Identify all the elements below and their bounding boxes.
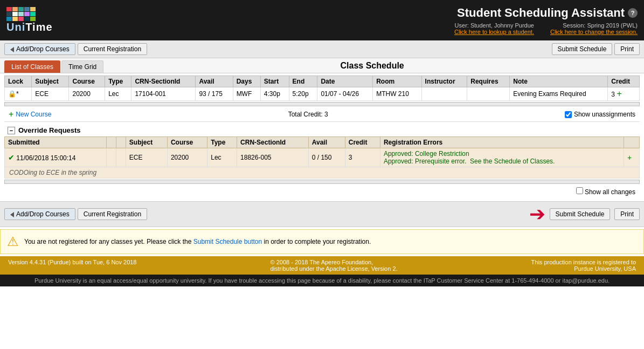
main-content: Lock Subject Course Type CRN-SectionId A… [0,73,644,198]
ov-cell-date: ✔ 11/06/2018 15:00:14 [5,148,107,167]
tab-time-grid[interactable]: Time Grid [61,60,103,73]
ov-cell-blank1 [107,148,116,167]
footer-copyright: © 2008 - 2018 The Apereo Foundation,dist… [271,259,398,272]
help-icon[interactable]: ? [628,8,638,18]
ov-col-avail: Avail [308,137,345,148]
override-section: − Override Requests Submitted Subject Co… [4,124,640,198]
ov-col-blank2 [116,137,126,148]
back-arrow-icon-bottom [10,212,14,217]
schedule-table: Lock Subject Course Type CRN-SectionId A… [4,76,640,101]
show-unassignments-area: Show unassignments [565,111,635,118]
session-change-link[interactable]: Click here to change the session. [550,29,638,35]
override-sub-row: CODOing to ECE in the spring [5,167,640,179]
override-scrollbar[interactable] [4,180,640,184]
ov-col-course: Course [167,137,207,148]
user-info: User: Student, Johnny Purdue Click here … [454,22,534,35]
new-course-link[interactable]: + New Course [9,110,51,119]
cell-crn: 17104-001 [131,87,196,101]
app-header: UniTime Student Scheduling Assistant ? U… [0,0,644,40]
cell-subject: ECE [32,87,69,101]
approval-1: Approved: College Restriction [384,150,469,158]
cell-avail: 93 / 175 [196,87,233,101]
submit-schedule-button-top[interactable]: Submit Schedule [552,43,613,55]
add-drop-courses-button-top[interactable]: Add/Drop Courses [4,43,75,55]
col-type: Type [105,76,131,87]
print-button-top[interactable]: Print [614,43,640,55]
col-date: Date [317,76,373,87]
show-unassignments-checkbox[interactable] [565,111,572,118]
cell-type: Lec [105,87,131,101]
ov-cell-note: CODOing to ECE in the spring [5,167,640,179]
check-icon: ✔ [8,153,15,162]
footer-version: Version 4.4.31 (Purdue) built on Tue, 6 … [8,259,137,272]
footer-accessibility: Purdue University is an equal access/equ… [34,277,610,284]
submit-area: ➔ Submit Schedule Print [529,204,640,224]
print-button-bottom[interactable]: Print [614,208,640,220]
ov-col-crn: CRN-SectionId [237,137,309,148]
collapse-override-icon[interactable]: − [8,127,15,134]
ov-col-action [624,137,639,148]
ov-cell-avail: 0 / 150 [308,148,345,167]
cell-credit: 3 + [608,87,640,101]
col-subject: Subject [32,76,69,87]
tabs-row: List of Classes Time Grid Class Schedule [0,58,644,73]
show-all-changes-label: Show all changes [585,188,635,196]
session-info: Session: Spring 2019 (PWL) Click here to… [550,22,638,35]
footer-black: Purdue University is an equal access/equ… [0,275,644,286]
current-registration-button-bottom[interactable]: Current Registration [78,208,147,220]
cell-end: 5:20p [289,87,317,101]
header-info: Student Scheduling Assistant ? User: Stu… [454,6,638,35]
unitime-logo-text: UniTime [6,21,53,33]
current-registration-button-top[interactable]: Current Registration [78,43,147,55]
cell-note: Evening Exams Required [510,87,608,101]
submit-schedule-button-bottom[interactable]: Submit Schedule [550,208,611,220]
user-lookup-link[interactable]: Click here to lookup a student. [454,29,534,35]
table-row: 🔒* ECE 20200 Lec 17104-001 93 / 175 MWF … [5,87,640,101]
header-meta: User: Student, Johnny Purdue Click here … [454,22,638,35]
ov-cell-blank2 [116,148,126,167]
approval-2: Approved: Prerequisite error. See the Sc… [384,158,555,165]
bottom-toolbar: Add/Drop Courses Current Registration ➔ … [0,201,644,227]
page-title: Class Schedule [105,61,640,73]
add-drop-courses-button-bottom[interactable]: Add/Drop Courses [4,208,75,220]
new-course-label: New Course [16,111,51,118]
override-header-row: Submitted Subject Course Type CRN-Sectio… [5,137,640,148]
col-requires: Requires [467,76,510,87]
ov-col-errors: Registration Errors [380,137,624,148]
horizontal-scrollbar[interactable] [4,102,640,106]
warning-text: You are not registered for any classes y… [24,238,371,245]
big-red-arrow: ➔ [529,204,545,224]
override-table: Submitted Subject Course Type CRN-Sectio… [4,136,640,179]
submit-link-text: Submit Schedule button [193,238,262,245]
ov-cell-action: + [624,148,639,167]
override-add-icon[interactable]: + [627,153,632,162]
col-days: Days [233,76,260,87]
col-course: Course [69,76,105,87]
cell-requires [467,87,510,101]
show-all-changes-checkbox[interactable] [576,187,583,194]
plus-icon: + [9,110,13,119]
ov-cell-course: 20200 [167,148,207,167]
ov-cell-subject: ECE [126,148,167,167]
override-title: Override Requests [18,126,81,134]
ov-col-credit: Credit [345,137,380,148]
ov-col-subject: Subject [126,137,167,148]
footer-gold: Version 4.4.31 (Purdue) built on Tue, 6 … [0,256,644,275]
tab-list-classes[interactable]: List of Classes [4,60,60,73]
cell-room: MTHW 210 [373,87,421,101]
col-instructor: Instructor [421,76,467,87]
col-start: Start [260,76,289,87]
add-course-row: + New Course Total Credit: 3 Show unassi… [4,107,640,122]
top-toolbar: Add/Drop Courses Current Registration Su… [0,40,644,58]
override-table-row: ✔ 11/06/2018 15:00:14 ECE 20200 Lec 1882… [5,148,640,167]
schedule-table-container: Lock Subject Course Type CRN-SectionId A… [4,73,640,101]
show-all-changes-row: Show all changes [4,185,640,198]
ov-cell-errors: Approved: College Restriction Approved: … [380,148,624,167]
show-unassignments-label: Show unassignments [574,111,635,118]
footer-production: This production instance is registered t… [531,259,636,272]
override-header: − Override Requests [4,124,640,136]
cell-days: MWF [233,87,260,101]
col-room: Room [373,76,421,87]
add-credit-icon[interactable]: + [617,89,621,98]
logo-squares: UniTime [6,7,53,33]
